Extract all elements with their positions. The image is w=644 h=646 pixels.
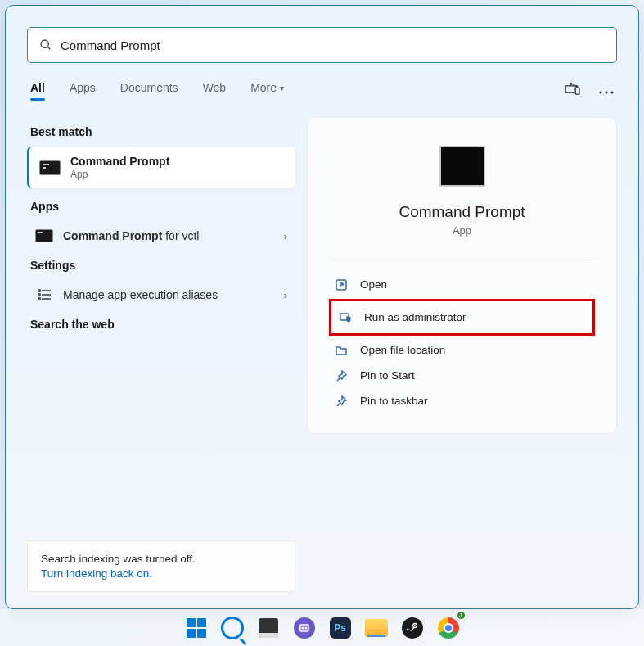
svg-rect-2 [565, 86, 574, 93]
task-view-icon [259, 618, 278, 638]
svg-point-9 [38, 290, 41, 292]
best-match-title: Command Prompt [70, 155, 169, 168]
steam-icon [402, 617, 423, 639]
preview-app-icon [439, 146, 485, 187]
tab-all[interactable]: All [30, 81, 45, 99]
list-item-label: Command Prompt for vctl [63, 229, 284, 242]
chrome-profile-badge: J [456, 610, 466, 621]
pin-icon [334, 395, 349, 407]
svg-point-8 [610, 91, 613, 93]
best-match-subtitle: App [70, 169, 169, 180]
search-icon [221, 617, 244, 639]
command-prompt-icon [39, 160, 61, 175]
action-run-as-administrator[interactable]: Run as administrator [333, 305, 591, 330]
open-icon [334, 279, 349, 291]
chevron-right-icon: › [284, 289, 287, 301]
taskbar-start-button[interactable] [181, 612, 212, 644]
results-column: Best match Command Prompt App Apps Comma… [27, 117, 295, 434]
preview-subtitle: App [329, 224, 595, 237]
chevron-right-icon: › [284, 230, 287, 242]
taskbar-search-button[interactable] [217, 612, 248, 644]
action-label: Run as administrator [364, 311, 466, 323]
taskbar-photoshop[interactable]: Ps [325, 612, 356, 644]
svg-rect-3 [575, 88, 579, 94]
search-icon [39, 38, 52, 52]
list-settings-icon [35, 288, 53, 301]
tab-more-label: More [250, 81, 277, 94]
chat-icon [294, 617, 315, 639]
list-item-label: Manage app execution aliases [63, 288, 284, 301]
filter-tabs: All Apps Documents Web More ▾ [27, 81, 617, 99]
svg-line-1 [47, 47, 50, 49]
taskbar-task-view[interactable] [253, 612, 284, 644]
share-across-devices-icon[interactable] [565, 82, 581, 98]
apps-result-vctl[interactable]: Command Prompt for vctl › [27, 221, 295, 251]
shield-admin-icon [338, 312, 353, 323]
chevron-down-icon: ▾ [280, 84, 284, 93]
taskbar-steam[interactable] [397, 612, 428, 644]
svg-point-21 [414, 625, 416, 626]
section-settings: Settings [30, 259, 292, 272]
command-prompt-icon [35, 229, 53, 242]
best-match-result[interactable]: Command Prompt App [27, 147, 295, 188]
preview-title: Command Prompt [329, 203, 595, 221]
svg-point-7 [605, 91, 607, 93]
action-list: Open Run as administrator Open file loca… [329, 272, 595, 413]
indexing-notice: Search indexing was turned off. Turn ind… [27, 540, 295, 592]
svg-point-0 [41, 40, 48, 47]
windows-logo-icon [187, 618, 206, 638]
svg-point-4 [570, 83, 572, 84]
section-search-web: Search the web [30, 318, 292, 331]
taskbar-file-explorer[interactable] [361, 612, 392, 644]
svg-point-11 [38, 294, 41, 296]
tab-more[interactable]: More ▾ [250, 81, 284, 99]
tab-web[interactable]: Web [203, 81, 227, 99]
settings-result-execution-aliases[interactable]: Manage app execution aliases › [27, 280, 295, 309]
more-options-icon[interactable] [599, 83, 614, 97]
action-label: Pin to taskbar [360, 395, 428, 407]
divider [329, 260, 595, 260]
action-label: Pin to Start [360, 369, 415, 382]
action-label: Open file location [360, 344, 445, 356]
chrome-icon [438, 617, 459, 639]
taskbar-chrome[interactable]: J [433, 612, 464, 644]
tab-documents[interactable]: Documents [120, 81, 178, 99]
indexing-turn-on-link[interactable]: Turn indexing back on. [41, 567, 281, 580]
search-input[interactable] [61, 38, 605, 52]
svg-point-5 [576, 86, 578, 88]
photoshop-icon: Ps [330, 617, 351, 639]
pin-icon [334, 370, 349, 382]
preview-panel: Command Prompt App Open Run as administr… [307, 117, 617, 434]
annotation-highlight: Run as administrator [329, 299, 595, 336]
action-pin-to-taskbar[interactable]: Pin to taskbar [329, 388, 595, 413]
taskbar-chat[interactable] [289, 612, 320, 644]
indexing-message: Search indexing was turned off. [41, 553, 281, 565]
search-bar[interactable] [27, 27, 617, 63]
action-open[interactable]: Open [329, 272, 595, 297]
tab-apps[interactable]: Apps [70, 81, 96, 99]
section-best-match: Best match [30, 125, 292, 138]
folder-icon [334, 345, 349, 356]
start-search-window: All Apps Documents Web More ▾ Best match… [5, 5, 639, 609]
taskbar: Ps J [0, 609, 644, 646]
section-apps: Apps [30, 200, 292, 213]
svg-point-18 [302, 627, 304, 629]
svg-point-6 [599, 91, 601, 93]
svg-point-19 [305, 627, 307, 629]
action-open-file-location[interactable]: Open file location [329, 337, 595, 363]
svg-point-13 [38, 298, 41, 300]
action-label: Open [360, 278, 387, 291]
file-explorer-icon [365, 619, 388, 637]
action-pin-to-start[interactable]: Pin to Start [329, 363, 595, 388]
